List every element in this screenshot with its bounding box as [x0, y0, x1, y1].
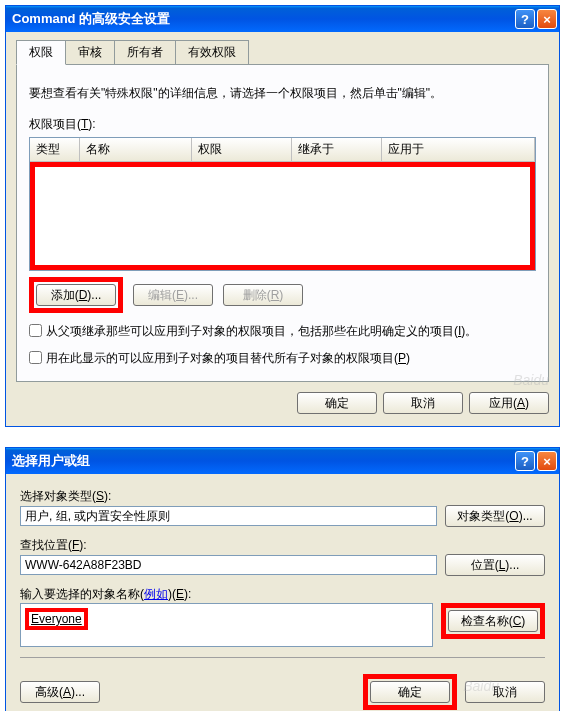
replace-label: 用在此显示的可以应用到子对象的项目替代所有子对象的权限项目(P) [46, 350, 410, 367]
help-icon[interactable]: ? [515, 451, 535, 471]
ok-highlight: 确定 [363, 674, 457, 710]
footer-buttons: 确定 取消 应用(A) [16, 382, 549, 416]
location-label: 查找位置(F): [20, 537, 545, 554]
edit-button: 编辑(E)... [133, 284, 213, 306]
tabs: 权限 审核 所有者 有效权限 [16, 40, 549, 65]
col-name[interactable]: 名称 [80, 138, 192, 161]
perm-items-label: 权限项目(T): [29, 117, 96, 131]
close-icon[interactable]: × [537, 451, 557, 471]
cancel-button[interactable]: 取消 [383, 392, 463, 414]
col-type[interactable]: 类型 [30, 138, 80, 161]
permission-table: 类型 名称 权限 继承于 应用于 [29, 137, 536, 271]
apply-button[interactable]: 应用(A) [469, 392, 549, 414]
object-type-input [20, 506, 437, 526]
select-user-dialog: 选择用户或组 ? × 选择对象类型(S): 对象类型(O)... 查找位置(F)… [5, 447, 560, 711]
check-names-button[interactable]: 检查名称(C) [448, 610, 538, 632]
advanced-security-dialog: Command 的高级安全设置 ? × 权限 审核 所有者 有效权限 要想查看有… [5, 5, 560, 427]
ok-button[interactable]: 确定 [370, 681, 450, 703]
separator [20, 657, 545, 658]
table-header: 类型 名称 权限 继承于 应用于 [30, 138, 535, 162]
help-icon[interactable]: ? [515, 9, 535, 29]
check-highlight: 检查名称(C) [441, 603, 545, 639]
replace-checkbox[interactable] [29, 351, 42, 364]
ok-button[interactable]: 确定 [297, 392, 377, 414]
names-textarea[interactable]: Everyone [20, 603, 433, 647]
advanced-button[interactable]: 高级(A)... [20, 681, 100, 703]
tab-auditing[interactable]: 审核 [65, 40, 115, 64]
dialog-title: 选择用户或组 [12, 452, 90, 470]
titlebar: Command 的高级安全设置 ? × [6, 6, 559, 32]
col-perm[interactable]: 权限 [192, 138, 292, 161]
object-type-button[interactable]: 对象类型(O)... [445, 505, 545, 527]
dialog-title: Command 的高级安全设置 [12, 10, 170, 28]
inherit-label: 从父项继承那些可以应用到子对象的权限项目，包括那些在此明确定义的项目(I)。 [46, 323, 477, 340]
location-button[interactable]: 位置(L)... [445, 554, 545, 576]
add-highlight: 添加(D)... [29, 277, 123, 313]
add-button[interactable]: 添加(D)... [36, 284, 116, 306]
location-input [20, 555, 437, 575]
inherit-checkbox[interactable] [29, 324, 42, 337]
titlebar: 选择用户或组 ? × [6, 448, 559, 474]
example-link[interactable]: 例如 [144, 587, 168, 601]
table-body[interactable] [30, 162, 535, 270]
names-value: Everyone [25, 608, 88, 630]
col-inherit[interactable]: 继承于 [292, 138, 382, 161]
tab-owner[interactable]: 所有者 [114, 40, 176, 64]
close-icon[interactable]: × [537, 9, 557, 29]
object-type-label: 选择对象类型(S): [20, 488, 545, 505]
remove-button: 删除(R) [223, 284, 303, 306]
tab-effective[interactable]: 有效权限 [175, 40, 249, 64]
names-label: 输入要选择的对象名称(例如)(E): [20, 586, 545, 603]
cancel-button[interactable]: 取消 [465, 681, 545, 703]
col-apply[interactable]: 应用于 [382, 138, 535, 161]
tab-content: 要想查看有关"特殊权限"的详细信息，请选择一个权限项目，然后单击"编辑"。 权限… [16, 65, 549, 382]
tab-permissions[interactable]: 权限 [16, 40, 66, 65]
info-text: 要想查看有关"特殊权限"的详细信息，请选择一个权限项目，然后单击"编辑"。 [29, 85, 536, 102]
